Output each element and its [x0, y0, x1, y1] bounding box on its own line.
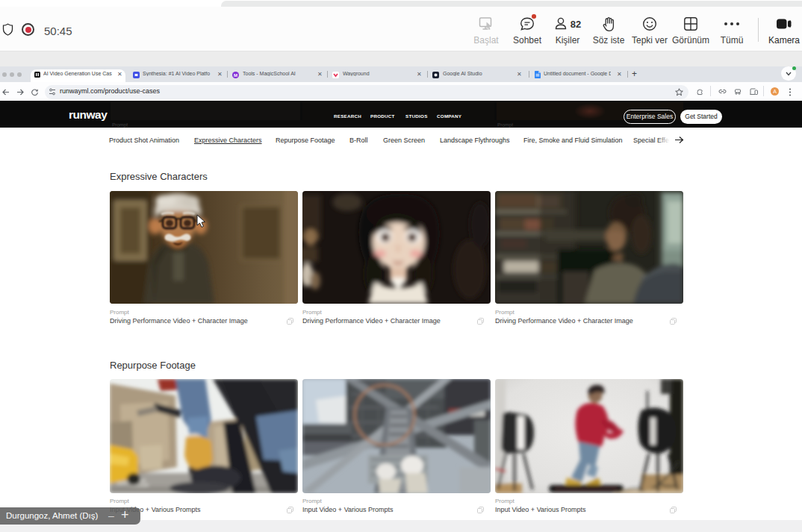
svg-text:M: M: [234, 72, 237, 77]
